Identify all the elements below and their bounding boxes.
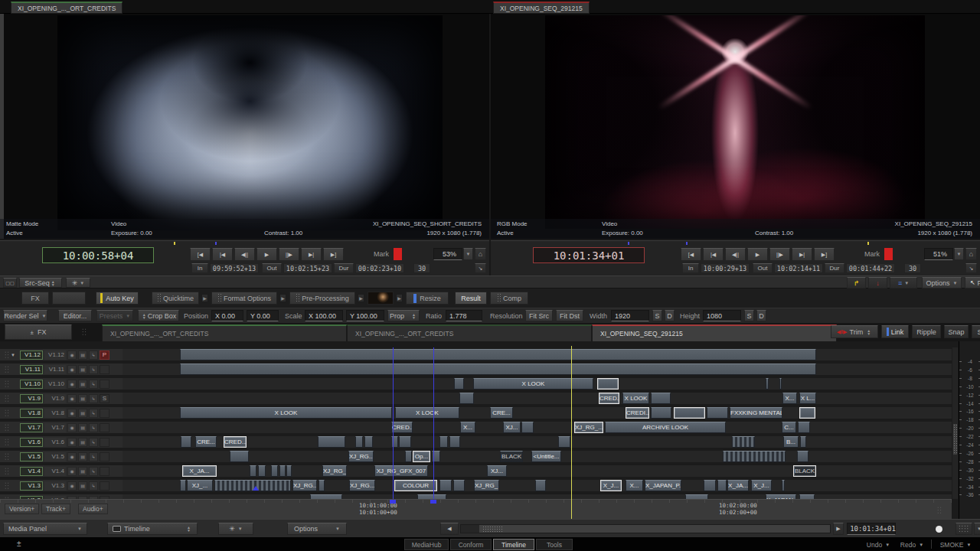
render-sel-dropdown[interactable]: Render Sel▼ — [3, 310, 47, 321]
result-view-button[interactable]: Result — [455, 292, 487, 305]
scroll-right-button[interactable]: ▶ — [833, 523, 844, 535]
track-lock-icon[interactable]: ▤ — [78, 423, 87, 432]
timeline-clip[interactable] — [271, 465, 278, 477]
timeline-clip[interactable] — [250, 465, 256, 477]
transport-button-3[interactable]: ▶ — [747, 248, 768, 261]
sequence-tab-1[interactable]: XI_OPENING_..._ORT_CREDITS — [347, 324, 592, 341]
track-badge[interactable]: P — [100, 350, 109, 360]
timeline-clip-xj-rg-[interactable]: XJ_RG... — [348, 451, 374, 462]
record-indicator-icon[interactable] — [936, 526, 942, 533]
home-icon[interactable]: ⌂ — [475, 248, 486, 260]
out-timecode[interactable]: 10:02:15+23 — [283, 263, 332, 273]
timeline-clip[interactable] — [723, 451, 786, 462]
tab-strip-grip[interactable] — [81, 328, 87, 336]
track-visibility-icon[interactable]: ◉ — [67, 423, 77, 432]
zoom-dropdown-arrow[interactable]: ▼ — [954, 248, 964, 260]
track-grip[interactable] — [4, 452, 9, 461]
sequence-tab-0[interactable]: XI_OPENING_..._ORT_CREDITS — [102, 324, 347, 341]
track-sync-icon[interactable]: ↳ — [89, 350, 98, 360]
track-badge[interactable] — [100, 409, 109, 418]
track-lock-icon[interactable]: ▤ — [78, 409, 87, 418]
in-label[interactable]: In — [191, 263, 208, 273]
scale-x-field[interactable]: X 100.00 — [305, 310, 343, 321]
width-d-button[interactable]: D — [665, 310, 675, 321]
timeline-clip[interactable] — [399, 436, 411, 448]
timeline-clip[interactable] — [180, 480, 186, 491]
timeline-clip-x-[interactable]: X... — [460, 422, 475, 433]
track-select-button[interactable]: V1.3 — [20, 481, 43, 491]
pipeline-step-resize[interactable]: Resize — [406, 292, 449, 305]
timeline-clip[interactable] — [449, 436, 460, 448]
out-timecode[interactable]: 10:02:14+11 — [774, 263, 823, 273]
timeline-clip-xj-rg-[interactable]: XJ_RG_... — [322, 465, 347, 477]
viewer-tab-right[interactable]: XI_OPENING_SEQ_291215 — [493, 2, 590, 14]
timeline-clip-x-j-[interactable]: X_J... — [751, 480, 772, 491]
timeline-timecode-field[interactable]: 10:01:34+01 — [847, 523, 896, 535]
scroll-left-button[interactable]: ◀ — [440, 523, 459, 535]
pan-icon[interactable]: ↘ — [965, 263, 977, 273]
timeline-clip-black[interactable]: BLACK — [500, 451, 523, 462]
dur-label[interactable]: Dur — [825, 263, 844, 273]
timeline-clip-colour[interactable]: COLOUR — [394, 480, 437, 491]
track-grip[interactable] — [4, 380, 9, 388]
transport-button-6[interactable]: ▶] — [814, 248, 835, 261]
transport-button-6[interactable]: ▶] — [323, 248, 344, 261]
timeline-clip-cred-[interactable]: CRED... — [599, 393, 619, 404]
track-lock-icon[interactable]: ▤ — [78, 467, 87, 476]
timeline-clip-x-l-[interactable]: X L... — [799, 393, 816, 404]
track-visibility-icon[interactable]: ◉ — [67, 380, 77, 389]
transport-button-4[interactable]: ||▶ — [279, 248, 299, 261]
track-select-button[interactable]: V1.6 — [20, 438, 43, 447]
timeline-clip[interactable] — [439, 480, 452, 491]
transport-button-0[interactable]: [◀ — [681, 248, 701, 261]
track-visibility-icon[interactable]: ◉ — [67, 467, 77, 476]
point-tool-button[interactable]: ↖Point ▲▼ — [965, 277, 980, 289]
track-sync-icon[interactable]: ↳ — [89, 452, 98, 461]
timeline-clip[interactable] — [717, 480, 727, 491]
timeline-clip[interactable] — [258, 465, 266, 477]
track-lock-icon[interactable]: ▤ — [78, 365, 87, 374]
fx-button[interactable]: FX — [21, 292, 49, 305]
timeline-clip[interactable] — [521, 422, 534, 433]
module-mediahub[interactable]: MediaHub — [404, 539, 449, 550]
transport-button-3[interactable]: ▶ — [256, 248, 277, 261]
timeline-clip[interactable] — [286, 465, 292, 477]
app-menu-smoke[interactable]: SMOKE▼ — [936, 539, 975, 550]
timeline-clip-x-look[interactable]: X LOOK — [622, 393, 649, 404]
timeline-clip-fxxking-mental[interactable]: FXXKING MENTAL — [730, 407, 782, 419]
module-tools[interactable]: Tools — [536, 539, 573, 550]
track-lock-icon[interactable]: ▤ — [78, 452, 87, 461]
home-icon[interactable]: ⌂ — [965, 248, 977, 260]
snap-toggle-button[interactable]: Snap — [944, 325, 969, 338]
gear-menu-button[interactable]: ✳▼ — [66, 278, 90, 288]
ruler-track-button[interactable]: Track+ — [41, 504, 70, 514]
position-y-field[interactable]: Y 0.00 — [247, 310, 279, 321]
timeline-clip[interactable] — [439, 436, 448, 448]
zoom-level-right[interactable]: 51% — [924, 248, 953, 260]
track-sync-icon[interactable]: ↳ — [89, 467, 98, 476]
track-grip[interactable] — [4, 350, 9, 359]
timeline-clip-x-[interactable]: X... — [782, 393, 797, 404]
track-grip[interactable] — [4, 481, 9, 490]
viewer-tab-left[interactable]: XI_OPENING_..._ORT_CREDITS — [11, 2, 122, 14]
timeline-clip-xj-rg-gfx-007[interactable]: XJ_RG_GFX_007 — [374, 465, 428, 477]
module-timeline[interactable]: Timeline — [493, 539, 534, 550]
timeline-clip[interactable] — [798, 422, 810, 433]
fx-blank-button[interactable] — [52, 292, 86, 305]
timeline-clip-xj-rg-[interactable]: XJ_RG_... — [474, 480, 499, 491]
fps-field[interactable]: 30 — [904, 263, 921, 273]
timeline-clip-cred-[interactable]: CRED... — [391, 422, 413, 433]
out-label[interactable]: Out — [753, 263, 773, 273]
timeline-clip[interactable] — [181, 436, 191, 448]
auto-key-button[interactable]: Auto Key — [96, 292, 139, 305]
timeline-clip[interactable] — [230, 451, 249, 462]
view-selector-button[interactable]: Timeline▲▼ — [107, 523, 198, 535]
transport-button-1[interactable]: |◀ — [703, 248, 724, 261]
list-options-icon[interactable]: ≡▼ — [890, 277, 917, 289]
fx-panel-toggle-button[interactable]: ±FX — [5, 324, 72, 340]
crop-box-button[interactable]: ▲▼Crop Box — [138, 310, 179, 321]
sequence-tab-2[interactable]: XI_OPENING_SEQ_291215 — [592, 324, 837, 341]
undo-button[interactable]: Undo▼ — [862, 539, 894, 550]
track-visibility-icon[interactable]: ◉ — [67, 394, 77, 403]
timeline-playhead[interactable] — [571, 346, 572, 519]
